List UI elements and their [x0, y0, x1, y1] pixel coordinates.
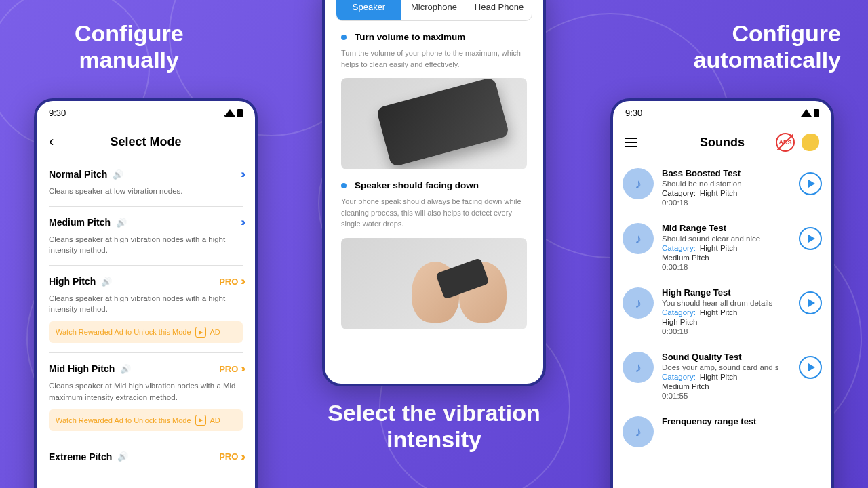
instruction: Turn volume to maximumTurn the volume of…	[325, 32, 543, 180]
status-time: 9:30	[49, 108, 66, 118]
speaker-icon: 🔊	[113, 169, 123, 180]
sound-extra: Medium Pitch	[662, 253, 791, 262]
mode-name: Mid High Pitch	[49, 363, 115, 374]
sound-category: Catagory:Hight Pitch	[662, 244, 791, 252]
page-header: ‹ Select Mode	[37, 125, 255, 159]
pro-badge: PRO››	[219, 275, 243, 287]
mode-desc: Cleans speaker at low vibration nodes.	[49, 186, 243, 197]
sound-subtitle: Should sound clear and nice	[662, 235, 791, 243]
music-note-icon: ♪	[623, 416, 654, 447]
mode-item[interactable]: Normal Pitch🔊››Cleans speaker at low vib…	[49, 159, 243, 207]
mode-item[interactable]: High Pitch🔊PRO››Cleans speaker at high v…	[49, 266, 243, 353]
speaker-icon: 🔊	[117, 451, 128, 462]
mode-item[interactable]: Extreme Pitch🔊PRO››	[49, 441, 243, 472]
mode-desc: Cleans speaker at high vibration nodes w…	[49, 234, 243, 256]
tabs: SpeakerMicrophoneHead Phone	[336, 0, 532, 21]
sound-title: Sound Quality Test	[662, 352, 791, 362]
phone-left: 9:30 ‹ Select Mode Normal Pitch🔊››Cleans…	[34, 98, 258, 488]
speaker-icon: 🔊	[101, 277, 112, 287]
music-note-icon: ♪	[623, 352, 654, 383]
play-button[interactable]	[799, 356, 822, 379]
page-title: Sounds	[700, 136, 745, 150]
instruction-desc: Your phone speak should always be facing…	[341, 196, 527, 230]
no-ads-icon[interactable]: ADS	[776, 133, 795, 152]
sound-title: Frenquency range test	[662, 416, 822, 426]
instruction-title: Turn volume to maximum	[355, 32, 465, 42]
bullet-icon	[341, 35, 347, 40]
instruction: Speaker should facing downYour phone spe…	[325, 180, 543, 340]
sound-time: 0:00:18	[662, 327, 791, 336]
sound-time: 0:01:55	[662, 392, 791, 400]
sound-subtitle: You should hear all drum details	[662, 299, 791, 307]
sound-extra: Medium Pitch	[662, 382, 791, 390]
page-title: Select Mode	[110, 135, 181, 149]
play-button[interactable]	[799, 172, 822, 195]
status-bar: 9:30	[37, 101, 255, 125]
svg-rect-7	[237, 109, 243, 117]
page-header: Sounds ADS	[613, 125, 831, 160]
music-note-icon: ♪	[623, 223, 654, 254]
phone-center: SpeakerMicrophoneHead Phone Turn volume …	[322, 0, 546, 386]
mode-name: Medium Pitch	[49, 217, 111, 228]
heading-right: Configure automatically	[694, 20, 841, 73]
tab-microphone[interactable]: Microphone	[401, 0, 467, 20]
sound-subtitle: Does your amp, sound card and s	[662, 363, 791, 371]
status-icons	[801, 109, 819, 117]
sound-title: Bass Boosted Test	[662, 168, 791, 178]
ad-banner[interactable]: Watch Rewarded Ad to Unlock this Mode▶AD	[49, 409, 243, 431]
bullet-icon	[341, 183, 347, 188]
sound-category: Catagory:Hight Pitch	[662, 308, 791, 317]
pro-badge: PRO››	[219, 451, 243, 463]
speaker-icon: 🔊	[120, 364, 131, 374]
sound-subtitle: Should be no distortion	[662, 180, 791, 188]
back-icon[interactable]: ‹	[49, 133, 54, 150]
mode-item[interactable]: Mid High Pitch🔊PRO››Cleans speaker at Mi…	[49, 353, 243, 441]
status-bar: 9:30	[613, 101, 831, 125]
sounds-list: ♪Bass Boosted TestShould be no distortio…	[613, 160, 831, 455]
mode-item[interactable]: Medium Pitch🔊››Cleans speaker at high vi…	[49, 207, 243, 266]
sound-item: ♪Sound Quality TestDoes your amp, sound …	[623, 344, 822, 408]
sound-item: ♪High Range TestYou should hear all drum…	[623, 279, 822, 344]
sound-time: 0:00:18	[662, 263, 791, 271]
premium-icon[interactable]	[802, 134, 819, 151]
play-button[interactable]	[799, 291, 822, 314]
phone-right: 9:30 Sounds ADS ♪Bass Boosted TestShould…	[610, 98, 834, 488]
play-button[interactable]	[799, 227, 822, 250]
pro-badge: PRO››	[219, 363, 243, 375]
instruction-image	[341, 78, 527, 169]
sound-item: ♪Bass Boosted TestShould be no distortio…	[623, 160, 822, 215]
sound-category: Catagory:Hight Pitch	[662, 189, 791, 197]
mode-desc: Cleans speaker at high vibration nodes w…	[49, 293, 243, 314]
heading-left: Configure manually	[75, 20, 184, 73]
chevron-icon: ››	[241, 168, 243, 180]
mode-list: Normal Pitch🔊››Cleans speaker at low vib…	[37, 159, 255, 472]
chevron-icon: ››	[241, 216, 243, 228]
sound-item: ♪Frenquency range test	[623, 408, 822, 455]
mode-name: Extreme Pitch	[49, 451, 112, 462]
sound-title: High Range Test	[662, 287, 791, 298]
status-time: 9:30	[625, 108, 642, 118]
heading-center: Select the vibration intensity	[326, 400, 542, 453]
ad-banner[interactable]: Watch Rewarded Ad to Unlock this Mode▶AD	[49, 321, 243, 343]
sound-category: Catagory:Hight Pitch	[662, 373, 791, 381]
sound-time: 0:00:18	[662, 199, 791, 207]
sound-item: ♪Mid Range TestShould sound clear and ni…	[623, 215, 822, 279]
instruction-image	[341, 238, 527, 329]
music-note-icon: ♪	[623, 287, 654, 319]
sound-extra: High Pitch	[662, 318, 791, 326]
mode-name: Normal Pitch	[49, 169, 107, 180]
instruction-title: Speaker should facing down	[355, 180, 479, 190]
speaker-icon: 🔊	[116, 218, 127, 228]
instructions: Turn volume to maximumTurn the volume of…	[325, 32, 543, 340]
svg-rect-8	[814, 109, 819, 117]
tab-speaker[interactable]: Speaker	[336, 0, 401, 20]
menu-icon[interactable]	[625, 138, 637, 147]
music-note-icon: ♪	[623, 168, 654, 199]
mode-name: High Pitch	[49, 276, 96, 287]
tab-head-phone[interactable]: Head Phone	[467, 0, 532, 20]
sound-title: Mid Range Test	[662, 223, 791, 233]
mode-desc: Cleans speaker at Mid high vibration nod…	[49, 380, 243, 402]
instruction-desc: Turn the volume of your phone to the max…	[341, 47, 527, 70]
status-icons	[224, 109, 243, 117]
